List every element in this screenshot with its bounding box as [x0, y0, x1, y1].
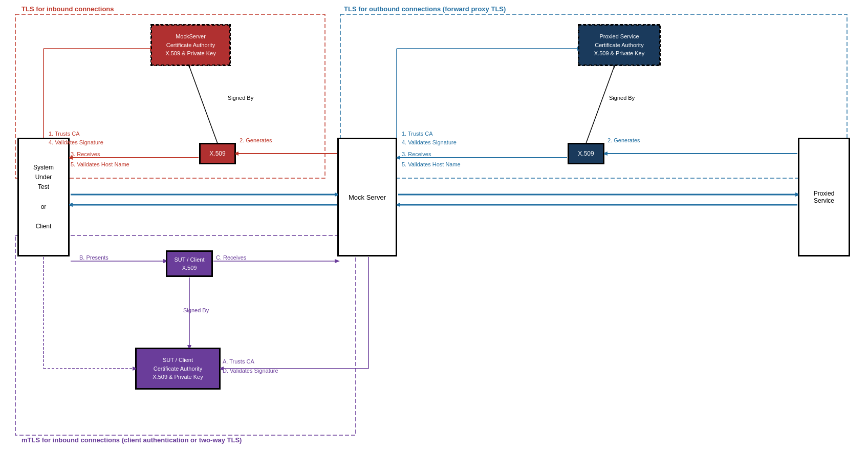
sut-ca-box: SUT / ClientCertificate AuthorityX.509 &… — [136, 348, 220, 389]
system-under-test-label: SystemUnderTestorClient — [33, 163, 54, 231]
proxied-service-box: ProxiedService — [798, 138, 850, 256]
mockserver-ca-label: MockServerCertificate AuthorityX.509 & P… — [165, 32, 215, 58]
diagram-container: TLS for inbound connections TLS for outb… — [0, 0, 868, 450]
d-validates-label: D. Validates Signature — [223, 368, 278, 374]
sut-x509-box: SUT / ClientX.509 — [166, 251, 212, 276]
trusts-ca-right-label: 1. Trusts CA — [402, 131, 433, 137]
validates-host-right-label: 5. Validates Host Name — [402, 161, 461, 167]
x509-blue-label: X.509 — [578, 150, 594, 157]
validates-sig-left-label: 4. Validates Signature — [49, 139, 103, 145]
validates-sig-right-label: 4. Validates Signature — [402, 139, 457, 145]
validates-host-left-label: 5. Validates Host Name — [71, 161, 129, 167]
svg-marker-41 — [335, 259, 340, 263]
mockserver-ca-box: MockServerCertificate AuthorityX.509 & P… — [151, 25, 230, 66]
signed-by-left-label: Signed By — [228, 95, 253, 101]
trusts-ca-left-label: 1. Trusts CA — [49, 131, 80, 137]
mtls-title: mTLS for inbound connections (client aut… — [21, 436, 242, 444]
c-receives-label: C. Receives — [216, 254, 246, 261]
system-under-test-box: SystemUnderTestorClient — [18, 138, 69, 256]
b-presents-label: B. Presents — [79, 254, 108, 261]
diagram-svg — [0, 0, 868, 450]
generates-right-label: 2. Generates — [607, 137, 640, 143]
sut-x509-label: SUT / ClientX.509 — [174, 255, 204, 272]
x509-red-box: X.509 — [200, 143, 235, 164]
x509-red-label: X.509 — [209, 150, 225, 157]
signed-by-right-label: Signed By — [609, 95, 635, 101]
proxied-ca-box: Proxied ServiceCertificate AuthorityX.50… — [578, 25, 660, 66]
svg-line-15 — [189, 67, 218, 143]
proxied-ca-label: Proxied ServiceCertificate AuthorityX.50… — [594, 32, 644, 58]
sut-ca-label: SUT / ClientCertificate AuthorityX.509 &… — [153, 356, 203, 381]
generates-left-label: 2. Generates — [240, 137, 272, 143]
mock-server-label: Mock Server — [349, 194, 386, 201]
receives-right-label: 3. Receives — [402, 151, 431, 157]
outbound-tls-title: TLS for outbound connections (forward pr… — [344, 5, 506, 13]
x509-blue-box: X.509 — [568, 143, 604, 164]
svg-line-24 — [586, 67, 614, 143]
signed-by-bottom-label: Signed By — [183, 307, 209, 313]
inbound-tls-title: TLS for inbound connections — [21, 5, 114, 13]
proxied-service-label: ProxiedService — [814, 190, 835, 204]
mock-server-box: Mock Server — [338, 138, 397, 256]
receives-left-label: 3. Receives — [71, 151, 100, 157]
a-trusts-ca-label: A. Trusts CA — [223, 358, 254, 365]
